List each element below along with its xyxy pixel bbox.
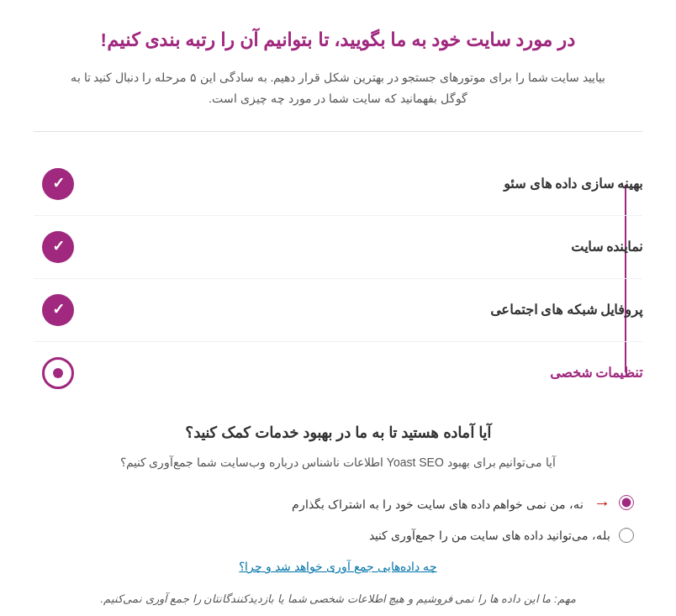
arrow-indicator: → [594,493,610,512]
steps-list: بهینه سازی داده های سئو نماینده سایت پرو… [34,153,642,404]
step-icon-site-representative [42,231,74,263]
step-icon-seo-data [42,168,74,200]
step-label-seo-data: بهینه سازی داده های سئو [74,173,642,195]
subtitle-line2: گوگل بفهمانید که سایت شما در مورد چه چیز… [209,92,467,105]
no-tracking-label: → نه، من نمی خواهم داده های سایت خود را … [292,489,610,516]
subtitle-text: بیایید سایت شما را برای موتورهای جستجو د… [34,67,642,109]
no-tracking-radio[interactable] [619,495,634,510]
step-label-social-profiles: پروفایل شبکه های اجتماعی [74,299,642,321]
page-container: در مورد سایت خود به ما بگویید، تا بتوانی… [0,0,676,616]
step-item-social-profiles: پروفایل شبکه های اجتماعی [34,279,642,342]
yes-tracking-radio[interactable] [619,528,634,543]
step-item-site-representative: نماینده سایت [34,216,642,279]
step-icon-social-profiles [42,294,74,326]
subtitle-line1: بیایید سایت شما را برای موتورهای جستجو د… [71,71,606,84]
divider [34,131,642,132]
important-note: مهم: ما این داده ها را نمی فروشیم و هیچ … [34,589,642,608]
tracking-options: → نه، من نمی خواهم داده های سایت خود را … [34,489,642,545]
step-label-site-representative: نماینده سایت [74,236,642,258]
step-item-personal-settings: تنظیمات شخصی [34,342,642,404]
step-icon-personal-settings [42,357,74,389]
step-item-seo-data: بهینه سازی داده های سئو [34,153,642,216]
tracking-description: آیا می‌توانیم برای بهبود Yoast SEO اطلاع… [34,453,642,471]
yes-tracking-label: بله، می‌توانید داده های سایت من را جمع‌آ… [369,526,610,545]
tracking-question: آیا آماده هستید تا به ما در بهبود خدمات … [34,421,642,445]
no-tracking-option[interactable]: → نه، من نمی خواهم داده های سایت خود را … [42,489,634,516]
step-label-personal-settings: تنظیمات شخصی [74,362,642,384]
yes-tracking-option[interactable]: بله، می‌توانید داده های سایت من را جمع‌آ… [42,526,634,545]
data-collection-link[interactable]: چه داده‌هایی جمع آوری خواهد شد و چرا؟ [34,557,642,576]
page-title: در مورد سایت خود به ما بگویید، تا بتوانی… [34,25,642,55]
